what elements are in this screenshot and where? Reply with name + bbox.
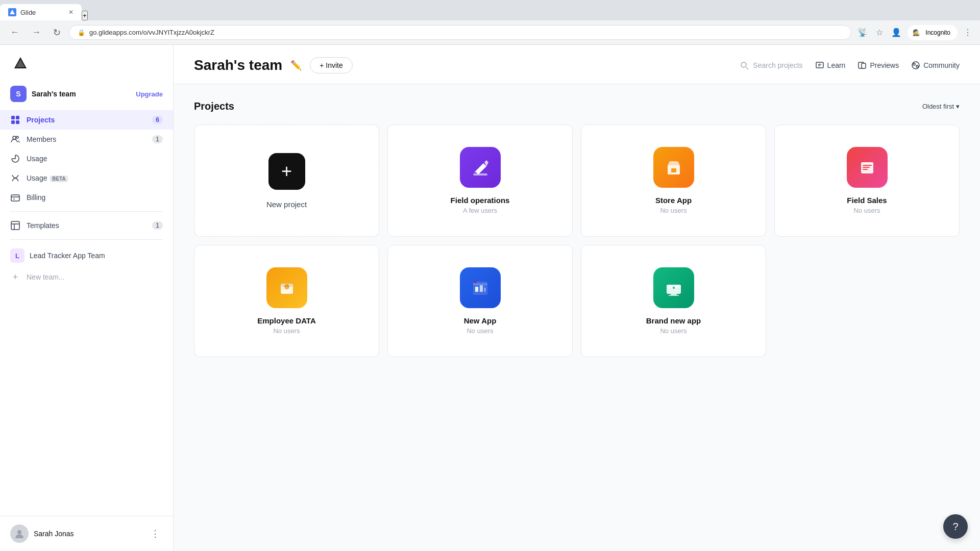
sidebar-item-new-team[interactable]: + New team...: [0, 267, 173, 287]
svg-rect-4: [16, 116, 19, 119]
browser-chrome: Glide ✕ + ← → ↻ 🔒 go.glideapps.com/o/vvJ…: [0, 0, 980, 45]
project-card-field-operations[interactable]: Field operations A few users: [387, 124, 573, 237]
sidebar-item-usage[interactable]: Usage: [0, 149, 173, 168]
employee-data-users: No users: [273, 327, 300, 335]
project-card-store-app[interactable]: Store App No users: [581, 124, 766, 237]
svg-rect-9: [11, 195, 19, 201]
sidebar-item-billing[interactable]: Billing: [0, 188, 173, 207]
back-button[interactable]: ←: [6, 25, 23, 40]
main-header: Sarah's team ✏️ + Invite Search projects: [174, 45, 980, 84]
sidebar-logo: [0, 45, 173, 82]
sidebar-item-lead-tracker[interactable]: L Lead Tracker App Team: [0, 244, 173, 267]
sidebar: S Sarah's team Upgrade Projects 6: [0, 45, 174, 551]
project-card-employee-data[interactable]: Employee DATA No users: [194, 245, 379, 357]
lock-icon: 🔒: [78, 29, 85, 36]
svg-point-38: [673, 287, 675, 289]
sidebar-divider-2: [10, 239, 163, 240]
previews-action[interactable]: Previews: [857, 61, 899, 70]
billing-label: Billing: [27, 193, 163, 202]
community-action[interactable]: Community: [911, 61, 960, 70]
templates-count: 1: [152, 221, 163, 230]
svg-point-17: [913, 63, 915, 65]
cast-icon[interactable]: 📡: [855, 26, 870, 39]
lead-tracker-label: Lead Tracker App Team: [30, 252, 105, 260]
active-tab[interactable]: Glide ✕: [0, 4, 82, 20]
forward-button[interactable]: →: [28, 25, 45, 40]
url-text: go.glideapps.com/o/vvJNYlTxjzzA0okjckrZ: [89, 29, 214, 36]
incognito-button[interactable]: 🕵 Incognito: [908, 25, 958, 40]
community-label: Community: [923, 61, 960, 69]
app-container: S Sarah's team Upgrade Projects 6: [0, 45, 980, 551]
usage-label: Usage: [27, 155, 163, 163]
billing-icon: [10, 192, 20, 203]
svg-rect-31: [475, 287, 478, 292]
new-app-icon: [460, 267, 501, 308]
new-team-label: New team...: [27, 273, 163, 281]
project-card-new-app[interactable]: New App No users: [387, 245, 573, 357]
store-app-users: No users: [660, 207, 687, 214]
brand-new-app-icon: [653, 267, 694, 308]
plus-icon: +: [281, 161, 292, 182]
address-bar[interactable]: 🔒 go.glideapps.com/o/vvJNYlTxjzzA0okjckr…: [69, 25, 851, 40]
tab-title: Glide: [20, 9, 36, 16]
search-bar[interactable]: Search projects: [740, 61, 802, 70]
profile-icon[interactable]: 👤: [889, 26, 903, 39]
upgrade-button[interactable]: Upgrade: [136, 90, 163, 98]
learn-label: Learn: [827, 61, 846, 69]
sidebar-divider: [10, 211, 163, 212]
svg-rect-10: [11, 221, 19, 230]
sidebar-item-projects[interactable]: Projects 6: [0, 110, 173, 130]
new-project-card[interactable]: + New project: [194, 124, 379, 237]
svg-rect-26: [281, 284, 293, 287]
employee-data-name: Employee DATA: [257, 316, 315, 325]
projects-section: Projects Oldest first ▾ + New project: [174, 84, 980, 373]
svg-rect-6: [16, 120, 19, 124]
new-app-name: New App: [464, 316, 497, 325]
usage-icon: [10, 154, 20, 164]
field-ops-icon: [460, 147, 501, 188]
lead-tracker-icon: L: [10, 248, 24, 263]
projects-count: 6: [152, 116, 163, 124]
search-placeholder: Search projects: [753, 61, 802, 69]
learn-action[interactable]: Learn: [815, 61, 846, 70]
sidebar-bottom: Sarah Jonas ⋮: [0, 516, 173, 551]
sidebar-team[interactable]: S Sarah's team Upgrade: [0, 82, 173, 106]
question-mark-icon: ?: [952, 521, 958, 533]
store-app-icon: [653, 147, 694, 188]
browser-toolbar: ← → ↻ 🔒 go.glideapps.com/o/vvJNYlTxjzzA0…: [0, 20, 980, 45]
sidebar-item-members[interactable]: Members 1: [0, 130, 173, 149]
brand-new-app-name: Brand new app: [646, 316, 701, 325]
header-actions: Search projects Learn Previews: [740, 61, 960, 70]
edit-title-icon[interactable]: ✏️: [290, 60, 302, 71]
svg-marker-0: [10, 10, 15, 14]
sort-label: Oldest first: [922, 103, 954, 110]
help-button[interactable]: ?: [943, 514, 968, 539]
svg-rect-32: [480, 285, 483, 292]
svg-rect-33: [484, 288, 485, 292]
project-card-brand-new-app[interactable]: Brand new app No users: [581, 245, 766, 357]
svg-rect-21: [671, 168, 676, 172]
new-tab-button[interactable]: +: [82, 11, 88, 20]
projects-title: Projects: [194, 101, 234, 112]
field-sales-name: Field Sales: [847, 196, 887, 205]
sidebar-item-usage-beta[interactable]: Usage BETA: [0, 168, 173, 188]
reload-button[interactable]: ↻: [49, 25, 65, 40]
invite-button[interactable]: + Invite: [310, 57, 353, 73]
bookmark-icon[interactable]: ☆: [874, 26, 885, 39]
user-avatar: [10, 524, 29, 543]
project-card-field-sales[interactable]: Field Sales No users: [774, 124, 960, 237]
user-menu-button[interactable]: ⋮: [148, 527, 163, 540]
menu-icon[interactable]: ⋮: [962, 26, 974, 39]
field-sales-users: No users: [853, 207, 880, 214]
members-label: Members: [27, 135, 146, 143]
field-ops-name: Field operations: [451, 196, 510, 205]
sidebar-item-templates[interactable]: Templates 1: [0, 216, 173, 235]
chevron-down-icon: ▾: [956, 103, 960, 110]
tab-close-button[interactable]: ✕: [68, 9, 74, 16]
svg-rect-23: [861, 162, 873, 165]
sort-button[interactable]: Oldest first ▾: [922, 103, 960, 110]
svg-point-11: [17, 530, 21, 534]
team-avatar: S: [10, 86, 27, 102]
usage-beta-icon: [10, 173, 20, 183]
add-team-icon: +: [10, 272, 20, 282]
